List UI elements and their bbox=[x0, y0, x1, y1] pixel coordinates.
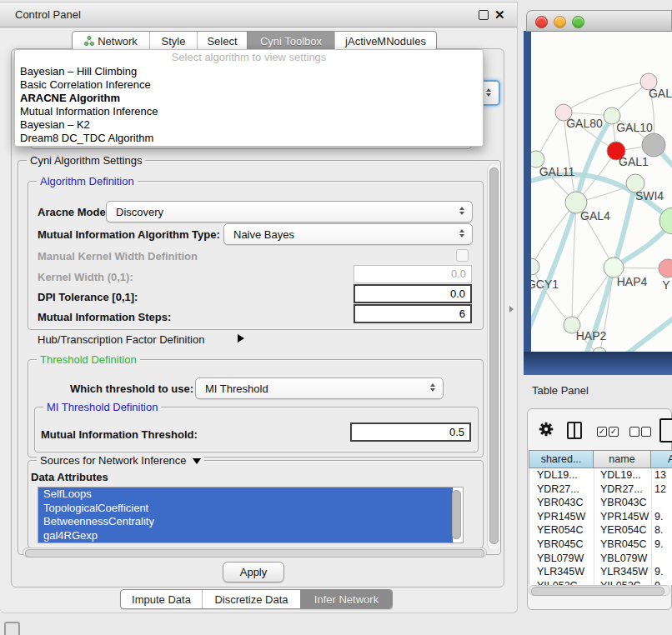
table-row[interactable]: YBR045CYBR045C9. bbox=[529, 538, 672, 552]
tab-label: Style bbox=[162, 35, 186, 48]
scrollbar-thumb[interactable] bbox=[531, 587, 664, 596]
network-node-bottom-partial[interactable] bbox=[592, 348, 607, 352]
table-cell: YDL19... bbox=[600, 468, 641, 482]
mi-type-label: Mutual Information Algorithm Type: bbox=[38, 228, 220, 241]
which-threshold-combo[interactable]: MI Threshold bbox=[195, 378, 444, 399]
page-icon[interactable] bbox=[659, 418, 672, 442]
group-title: Threshold Definition bbox=[37, 353, 140, 366]
table-row[interactable]: YIL052CYIL052C9. bbox=[529, 579, 672, 585]
algorithm-option-dream8-dc-tdc-algorithm[interactable]: Dream8 DC_TDC Algorithm bbox=[15, 132, 483, 145]
table-row[interactable]: YBR043CYBR043C bbox=[529, 496, 672, 510]
algorithm-option-mutual-information-inference[interactable]: Mutual Information Inference bbox=[15, 105, 483, 118]
table-cell: YBL079W bbox=[537, 552, 584, 566]
zoom-traffic-light-icon[interactable] bbox=[572, 16, 584, 28]
network-edge[interactable] bbox=[564, 82, 649, 112]
tab-label: Network bbox=[98, 35, 138, 48]
table-cell: 9. bbox=[654, 579, 663, 585]
attribute-item-gal4rgexp[interactable]: gal4RGexp bbox=[38, 529, 453, 543]
gear-icon[interactable] bbox=[537, 420, 555, 438]
tab-label: Infer Network bbox=[314, 593, 379, 606]
algorithm-option-basic-correlation-inference[interactable]: Basic Correlation Inference bbox=[15, 78, 483, 92]
tab-label: Select bbox=[207, 35, 237, 48]
table-cell: 8. bbox=[654, 523, 663, 538]
tab-style[interactable]: Style bbox=[149, 32, 197, 50]
table-row[interactable]: YPR145WYPR145W9. bbox=[529, 510, 672, 524]
tab-network[interactable]: Network bbox=[73, 32, 149, 50]
spinner-arrows-icon bbox=[459, 229, 464, 238]
column-layout-icon[interactable] bbox=[567, 422, 582, 439]
panel-splitter-arrow-icon[interactable] bbox=[509, 306, 514, 312]
mi-threshold-field[interactable]: 0.5 bbox=[350, 422, 471, 442]
tab-infer-network[interactable]: Infer Network bbox=[300, 590, 392, 608]
column-header-shared[interactable]: shared... bbox=[529, 450, 594, 468]
algorithm-option-aracne-algorithm[interactable]: ARACNE Algorithm bbox=[15, 92, 483, 105]
table-row[interactable]: YDL19...YDL19...13 bbox=[529, 468, 672, 482]
unchecked-box-icon[interactable] bbox=[641, 427, 651, 437]
horizontal-scrollbar[interactable] bbox=[23, 548, 487, 558]
network-edge[interactable] bbox=[621, 315, 672, 352]
table-cell: YPR145W bbox=[537, 510, 585, 524]
close-icon[interactable]: ✕ bbox=[494, 8, 505, 22]
sources-title: Sources for Network Inference bbox=[40, 454, 187, 467]
apply-button[interactable]: Apply bbox=[223, 562, 284, 582]
tab-discretize-data[interactable]: Discretize Data bbox=[202, 590, 300, 608]
node-label-gal80: GAL80 bbox=[566, 117, 603, 130]
dpi-tolerance-field[interactable]: 0.0 bbox=[354, 284, 472, 303]
network-edge[interactable] bbox=[531, 202, 576, 267]
aracne-mode-combo[interactable]: Discovery bbox=[106, 201, 473, 222]
algorithm-popup-hint: Select algorithm to view settings bbox=[15, 50, 483, 65]
attribute-item-selfloops[interactable]: SelfLoops bbox=[38, 488, 453, 502]
table-horizontal-scrollbar[interactable] bbox=[529, 585, 670, 596]
list-scrollbar-thumb[interactable] bbox=[452, 490, 461, 539]
collapse-down-icon[interactable] bbox=[193, 458, 201, 464]
network-window-titlebar[interactable] bbox=[526, 10, 672, 32]
network-canvas[interactable]: GALGAL80GAL10GAL1GAL11SWI4GAL4GCY1HAP4YH… bbox=[531, 32, 672, 352]
column-header-name[interactable]: name bbox=[593, 450, 651, 468]
node-label-gal1: GAL1 bbox=[619, 155, 649, 168]
network-node-salmon-node[interactable] bbox=[659, 259, 672, 278]
checked-box-icon[interactable]: ✓ bbox=[609, 427, 619, 437]
table-cell: YIL052C bbox=[600, 579, 641, 585]
scrollbar-thumb[interactable] bbox=[489, 168, 499, 544]
algorithm-option-bayesian-k2[interactable]: Bayesian – K2 bbox=[15, 118, 483, 132]
tab-cyni-toolbox[interactable]: Cyni Toolbox bbox=[247, 32, 334, 50]
column-header-partial[interactable]: A bbox=[650, 450, 672, 468]
scrollbar-thumb[interactable] bbox=[25, 549, 484, 558]
table-row[interactable]: YDR27...YDR27...12 bbox=[529, 482, 672, 497]
manual-kernel-checkbox[interactable] bbox=[456, 249, 469, 262]
close-traffic-light-icon[interactable] bbox=[535, 16, 548, 28]
settings-scrollbar[interactable] bbox=[487, 164, 499, 550]
attribute-item-betweennesscentrality[interactable]: BetweennessCentrality bbox=[38, 515, 453, 529]
node-label-hap4: HAP4 bbox=[617, 275, 648, 288]
table-rows: YDL19...YDL19...13YDR27...YDR27...12YBR0… bbox=[529, 468, 672, 585]
hub-definition-label[interactable]: Hub/Transcription Factor Definition bbox=[38, 333, 204, 346]
attribute-item-topologicalcoefficient[interactable]: TopologicalCoefficient bbox=[38, 502, 453, 516]
minimize-traffic-light-icon[interactable] bbox=[554, 16, 566, 28]
network-node-gcy1[interactable] bbox=[531, 258, 539, 275]
table-cell: 9. bbox=[654, 510, 663, 524]
checked-box-icon[interactable]: ✓ bbox=[597, 427, 607, 437]
mi-algorithm-type-combo[interactable]: Naive Bayes bbox=[223, 223, 473, 245]
network-edge[interactable] bbox=[576, 118, 612, 202]
table-row[interactable]: YLR345WYLR345W9. bbox=[529, 565, 672, 579]
mi-threshold-value: 0.5 bbox=[449, 426, 464, 438]
table-row[interactable]: YBL079WYBL079W bbox=[529, 552, 672, 566]
kernel-width-field[interactable]: 0.0 bbox=[354, 265, 472, 283]
table-cell: YLR345W bbox=[600, 565, 648, 579]
collapsed-panel-icon[interactable] bbox=[4, 622, 20, 635]
data-attributes-label: Data Attributes bbox=[31, 471, 108, 483]
algorithm-option-bayesian-hill-climbing[interactable]: Bayesian – Hill Climbing bbox=[15, 65, 483, 78]
tab-select[interactable]: Select bbox=[197, 32, 247, 50]
tab-jactivemnodules[interactable]: jActiveMNodules bbox=[334, 32, 436, 50]
mi-steps-field[interactable]: 6 bbox=[354, 304, 472, 323]
panel-title: Control Panel bbox=[15, 2, 81, 27]
table-cell: YBR045C bbox=[600, 538, 647, 552]
network-node-gray-node[interactable] bbox=[642, 133, 665, 157]
table-row[interactable]: YER054CYER054C8. bbox=[529, 523, 672, 538]
tab-impute-data[interactable]: Impute Data bbox=[121, 590, 202, 608]
tab-label: jActiveMNodules bbox=[345, 35, 426, 48]
data-attributes-list[interactable]: SelfLoopsTopologicalCoefficientBetweenne… bbox=[38, 487, 464, 543]
float-window-icon[interactable] bbox=[479, 10, 489, 20]
unchecked-box-icon[interactable] bbox=[629, 427, 639, 437]
expand-right-icon[interactable] bbox=[238, 334, 244, 342]
